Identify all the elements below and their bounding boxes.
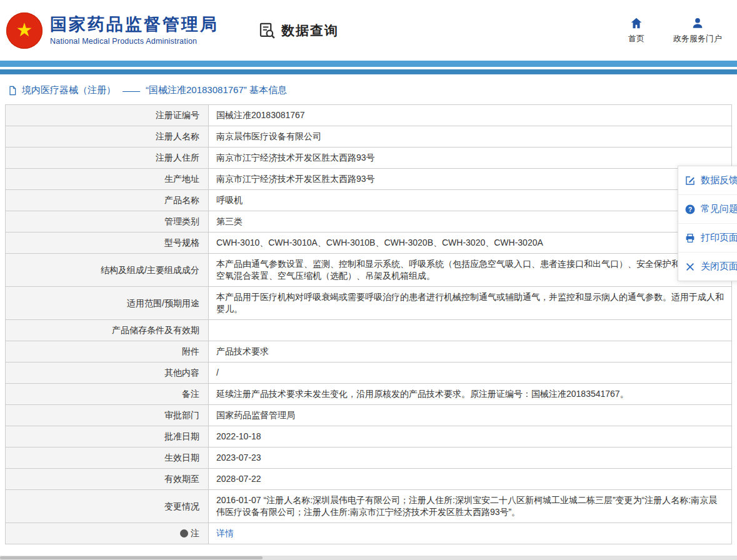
table-row: 注册人住所 南京市江宁经济技术开发区胜太西路93号 <box>6 148 731 169</box>
row-label: 附件 <box>6 341 209 362</box>
nav-item-portal[interactable]: 政务服务门户 <box>673 16 722 44</box>
row-value: 延续注册产品技术要求未发生变化，沿用原核发的产品技术要求。原注册证编号：国械注准… <box>209 384 731 404</box>
feedback-icon <box>684 175 696 186</box>
side-panel: 数据反馈常见问题打印页面关闭页面 <box>678 166 737 281</box>
row-label: 审批部门 <box>6 405 209 426</box>
row-label: 产品储存条件及有效期 <box>6 320 209 341</box>
data-query-tab[interactable]: 数据查询 <box>258 21 339 40</box>
panel-item-close[interactable]: 关闭页面 <box>678 252 737 281</box>
row-label: 注册人名称 <box>6 126 209 147</box>
table-row: 附件 产品技术要求 <box>6 341 731 362</box>
horizontal-scrollbar[interactable] <box>0 556 737 560</box>
row-value: 第三类 <box>209 211 731 232</box>
row-value: 2028-07-22 <box>209 469 731 489</box>
row-value: 2023-07-23 <box>209 448 731 468</box>
detail-link[interactable]: 详情 <box>216 528 234 539</box>
row-value: / <box>209 362 731 383</box>
panel-item-label: 数据反馈 <box>701 174 737 186</box>
table-row: 管理类别 第三类 <box>6 211 731 232</box>
question-icon <box>684 204 696 215</box>
home-icon <box>629 16 643 30</box>
row-label: 注册人住所 <box>6 148 209 168</box>
row-value: 产品技术要求 <box>209 341 731 362</box>
row-label: 变更情况 <box>6 490 209 522</box>
panel-item-label: 常见问题 <box>701 203 737 215</box>
table-row: 生产地址 南京市江宁经济技术开发区胜太西路93号 <box>6 169 731 190</box>
data-query-label: 数据查询 <box>281 22 339 39</box>
row-label: 备注 <box>6 384 209 404</box>
table-row: 注册证编号 国械注准20183081767 <box>6 105 731 126</box>
emblem-star-icon: ★ <box>16 21 33 39</box>
row-value: 国械注准20183081767 <box>209 105 731 126</box>
row-label: 生产地址 <box>6 169 209 189</box>
table-row: 其他内容 / <box>6 362 731 384</box>
panel-item-faq[interactable]: 常见问题 <box>678 195 737 224</box>
org-title-block: 国家药品监督管理局 National Medical Products Admi… <box>50 15 219 45</box>
panel-item-label: 打印页面 <box>701 232 737 244</box>
row-value: 2016-01-07 “注册人名称:深圳晨伟电子有限公司；注册人住所:深圳宝安二… <box>209 490 731 522</box>
row-value: 南京晨伟医疗设备有限公司 <box>209 126 731 147</box>
table-row: 备注 延续注册产品技术要求未发生变化，沿用原核发的产品技术要求。原注册证编号：国… <box>6 384 731 405</box>
nav-label-home: 首页 <box>628 33 644 44</box>
header-bar-light <box>0 61 737 67</box>
table-row: 审批部门 国家药品监督管理局 <box>6 405 731 426</box>
breadcrumb: 境内医疗器械（注册） —— “国械注准20183081767” 基本信息 <box>0 74 737 104</box>
row-label: 生效日期 <box>6 448 209 468</box>
row-value <box>209 320 731 341</box>
row-value: 2022-10-18 <box>209 426 731 447</box>
panel-item-feedback[interactable]: 数据反馈 <box>678 166 737 195</box>
table-row: 产品储存条件及有效期 <box>6 320 731 341</box>
print-icon <box>684 232 696 244</box>
row-value: 国家药品监督管理局 <box>209 405 731 426</box>
row-label: 其他内容 <box>6 362 209 383</box>
row-value: 详情 <box>209 523 731 544</box>
document-icon <box>8 86 18 96</box>
table-row: 变更情况 2016-01-07 “注册人名称:深圳晨伟电子有限公司；注册人住所:… <box>6 490 731 523</box>
note-icon <box>180 529 188 538</box>
row-label: 结构及组成/主要组成成分 <box>6 254 209 286</box>
row-label: 批准日期 <box>6 426 209 447</box>
table-row: 产品名称 呼吸机 <box>6 190 731 211</box>
org-name-cn: 国家药品监督管理局 <box>50 15 219 34</box>
breadcrumb-section[interactable]: 境内医疗器械（注册） <box>22 84 116 96</box>
row-label: 型号规格 <box>6 232 209 253</box>
org-name-en: National Medical Products Administration <box>50 37 219 46</box>
breadcrumb-separator: —— <box>123 85 139 96</box>
row-value: 南京市江宁经济技术开发区胜太西路93号 <box>209 169 731 189</box>
close-icon <box>684 261 696 272</box>
table-row: 结构及组成/主要组成成分 本产品由通气参数设置、监测、控制和显示系统、呼吸系统（… <box>6 254 731 287</box>
row-label: 有效期至 <box>6 469 209 489</box>
table-row: 型号规格 CWH-3010、CWH-3010A、CWH-3010B、CWH-30… <box>6 232 731 254</box>
row-label: 注册证编号 <box>6 105 209 126</box>
nav-label-portal: 政务服务门户 <box>673 33 722 44</box>
header-bar-dark <box>0 69 737 74</box>
row-label: 注 <box>6 523 209 544</box>
scrollbar-thumb[interactable] <box>0 556 263 559</box>
panel-item-print[interactable]: 打印页面 <box>678 224 737 252</box>
row-label: 产品名称 <box>6 190 209 211</box>
national-emblem-logo: ★ <box>6 12 43 49</box>
table-row: 生效日期 2023-07-23 <box>6 448 731 469</box>
row-label: 管理类别 <box>6 211 209 232</box>
table-row: 适用范围/预期用途 本产品用于医疗机构对呼吸衰竭或需要呼吸治疗的患者进行机械控制… <box>6 287 731 320</box>
header-nav: 首页 政务服务门户 <box>628 16 722 44</box>
table-row: 有效期至 2028-07-22 <box>6 469 731 490</box>
table-row: 注 详情 <box>6 523 731 544</box>
row-value: 本产品由通气参数设置、监测、控制和显示系统、呼吸系统（包括应急空气吸入口、患者连… <box>209 254 731 286</box>
info-table: 注册证编号 国械注准20183081767 注册人名称 南京晨伟医疗设备有限公司… <box>5 104 732 544</box>
row-label: 适用范围/预期用途 <box>6 287 209 319</box>
row-value: 本产品用于医疗机构对呼吸衰竭或需要呼吸治疗的患者进行机械控制通气或辅助通气，并监… <box>209 287 731 319</box>
breadcrumb-current: “国械注准20183081767” 基本信息 <box>146 84 287 96</box>
user-icon <box>691 16 704 30</box>
table-row: 批准日期 2022-10-18 <box>6 426 731 448</box>
nav-item-home[interactable]: 首页 <box>628 16 644 44</box>
row-value: 南京市江宁经济技术开发区胜太西路93号 <box>209 148 731 168</box>
row-value: CWH-3010、CWH-3010A、CWH-3010B、CWH-3020B、C… <box>209 232 731 253</box>
row-value: 呼吸机 <box>209 190 731 211</box>
document-search-icon <box>258 21 276 40</box>
table-row: 注册人名称 南京晨伟医疗设备有限公司 <box>6 126 731 148</box>
panel-item-label: 关闭页面 <box>701 261 737 272</box>
header: ★ 国家药品监督管理局 National Medical Products Ad… <box>0 0 737 61</box>
